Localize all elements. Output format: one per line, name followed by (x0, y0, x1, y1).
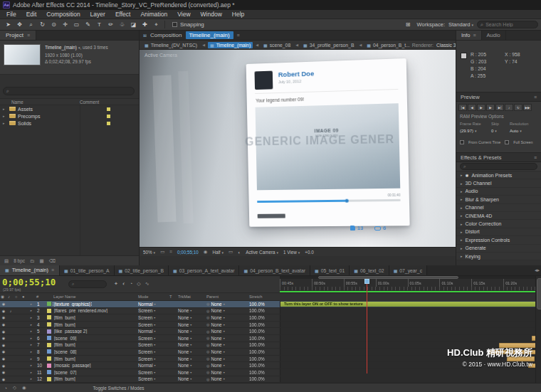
interpret-footage-icon[interactable]: ▤ (4, 258, 9, 264)
layer-name[interactable]: [scene_09] (53, 336, 137, 341)
menu-item[interactable]: Layer (85, 11, 110, 18)
camera-dropdown[interactable]: Active Camera▾ (246, 250, 278, 255)
layer-trkmat-dropdown[interactable]: None▾ (177, 322, 206, 327)
current-time-display[interactable]: 0;00;55;10 (2, 277, 56, 287)
layer-twirl-icon[interactable]: ▸ (27, 316, 36, 319)
magnification-dropdown[interactable]: 50%▾ (143, 250, 155, 255)
menu-item[interactable]: Window (196, 11, 227, 18)
pickwhip-icon[interactable]: ◎ (206, 302, 209, 306)
layer-parent-dropdown[interactable]: ◎None▾ (206, 356, 248, 361)
mini-flowchart-icon[interactable]: ✦ (114, 281, 118, 287)
layer-duration-bar[interactable] (507, 356, 534, 361)
layer-parent-dropdown[interactable]: ◎None▾ (206, 342, 248, 347)
column-layer-name[interactable]: Layer Name (53, 295, 137, 299)
layer-row[interactable]: ◉ ▸ 7 [film_burn] Screen▾ None▾ ◎None▾ 1… (0, 342, 541, 349)
layer-stretch[interactable]: 100.0% (248, 363, 280, 368)
layer-stretch[interactable]: 100.0% (248, 336, 280, 341)
effects-category[interactable]: ▸ Generate (456, 245, 541, 253)
pickwhip-icon[interactable]: ◎ (206, 343, 209, 347)
draft-3d-icon[interactable]: ◐ (122, 281, 125, 287)
layer-parent-dropdown[interactable]: ◎None▾ (206, 336, 248, 341)
timeline-comp-tab[interactable]: ▦ 04_person_B_text_avatar (239, 265, 310, 275)
layer-twirl-icon[interactable]: ▸ (27, 357, 36, 361)
layer-row[interactable]: ◉ ▸ 1 [texture_graphics] Normal▾ ◎None▾ … (0, 301, 541, 308)
layer-stretch[interactable]: 100.0% (248, 370, 280, 375)
timeline-search-box[interactable]: ⌕ (68, 280, 107, 288)
layer-mode-dropdown[interactable]: Screen▾ (137, 342, 169, 347)
layer-timeline-track[interactable] (280, 314, 541, 321)
menu-item[interactable]: Edit (21, 11, 42, 18)
project-search-box[interactable]: ⌕ (3, 87, 135, 95)
layer-twirl-icon[interactable]: ▸ (27, 364, 36, 367)
layer-row[interactable]: ◉ ▸ 4 [film_burn] Screen▾ None▾ ◎None▾ 1… (0, 322, 541, 329)
new-folder-icon[interactable]: 🗀 (30, 258, 35, 263)
layer-trkmat-dropdown[interactable]: None▾ (177, 329, 206, 334)
column-mode[interactable]: Mode (137, 295, 169, 299)
layer-row[interactable]: ◉ ▸ 11 [scene_07] Screen▾ None▾ ◎None▾ 1… (0, 369, 541, 376)
layer-trkmat-dropdown[interactable]: None▾ (177, 336, 206, 341)
layer-name[interactable]: [film_burn] (53, 342, 137, 347)
label-color-chip[interactable] (107, 122, 110, 125)
layer-visibility-toggle[interactable]: ◉ (0, 302, 7, 306)
twirl-icon[interactable]: ▸ (461, 206, 463, 210)
layer-parent-dropdown[interactable]: ◎None▾ (206, 322, 248, 327)
exposure-control[interactable]: +0.0 (305, 250, 313, 255)
layer-twirl-icon[interactable]: ▸ (27, 371, 36, 374)
panel-menu-icon[interactable]: ≡ (473, 33, 476, 38)
layer-mode-dropdown[interactable]: Screen▾ (137, 322, 169, 327)
layer-visibility-toggle[interactable]: ◉ (0, 356, 7, 361)
layer-visibility-toggle[interactable]: ◉ (0, 377, 7, 381)
time-ruler[interactable]: 00:45s00:50s00:55s01:00s01:05s01:10s01:1… (280, 276, 535, 293)
project-item-row[interactable]: ▸ Precomps (0, 112, 139, 120)
layer-name[interactable]: [like_passage 2] (53, 329, 137, 334)
skip-dropdown[interactable]: 0▾ (491, 129, 510, 133)
pickwhip-icon[interactable]: ◎ (206, 377, 209, 381)
layer-mode-dropdown[interactable]: Normal▾ (137, 302, 169, 307)
pickwhip-icon[interactable]: ◎ (206, 370, 209, 374)
tool-icon[interactable]: ◪ (128, 20, 139, 29)
layer-visibility-toggle[interactable]: ◉ (0, 309, 7, 313)
layer-timeline-track[interactable] (280, 342, 541, 349)
comp-navigator-item[interactable]: ◀ ▦Timeline_(DV_NTSC) (142, 42, 199, 48)
frame-rate-dropdown[interactable]: (29.97)▾ (460, 129, 491, 133)
active-comp-name[interactable]: Timeline_(main) (186, 31, 233, 39)
layer-mode-dropdown[interactable]: Screen▾ (137, 349, 169, 354)
layer-parent-dropdown[interactable]: ◎None▾ (206, 349, 248, 354)
layer-timeline-track[interactable] (280, 308, 541, 314)
column-trkmat[interactable]: TrkMat (177, 295, 206, 299)
panel-menu-icon[interactable]: ≡ (534, 155, 537, 160)
timeline-comp-tab[interactable]: ▦ 07_year_c (389, 265, 427, 275)
layer-visibility-toggle[interactable]: ◉ (0, 315, 7, 319)
menu-item[interactable]: Help (227, 11, 249, 18)
layer-trkmat-dropdown[interactable]: None▾ (177, 363, 206, 368)
toggle-switches-modes-button[interactable]: Toggle Switches / Modes (93, 386, 145, 391)
layer-name[interactable]: [mosaic_passage] (53, 363, 137, 368)
viewer-timecode[interactable]: 0;00;55;10 (177, 250, 199, 255)
pickwhip-icon[interactable]: ◎ (206, 329, 209, 334)
video-column-icon[interactable]: ◉ (0, 295, 7, 299)
mask-visibility-icon[interactable]: ⌗ (169, 249, 172, 255)
grid-guides-icon[interactable]: ▭ (160, 249, 164, 255)
transport-button[interactable]: |◀ (458, 104, 467, 111)
tab-scroll-arrows[interactable]: ◂▸ (535, 267, 540, 273)
layer-trkmat-dropdown[interactable]: None▾ (177, 342, 206, 347)
layer-parent-dropdown[interactable]: ◎None▾ (206, 315, 248, 320)
layer-stretch[interactable]: 100.0% (248, 322, 280, 327)
pickwhip-icon[interactable]: ◎ (206, 356, 209, 361)
layer-name[interactable]: [film_burn] (53, 315, 137, 320)
pickwhip-icon[interactable]: ◎ (206, 364, 209, 368)
comp-navigator-item[interactable]: ◀ ▦34_profile_person_B (293, 42, 356, 48)
layer-timeline-track[interactable] (280, 362, 541, 369)
layer-color-swatch[interactable] (47, 302, 51, 306)
layer-mode-dropdown[interactable]: Normal▾ (137, 363, 169, 368)
resolution-dropdown[interactable]: Auto▾ (510, 129, 522, 133)
layer-stretch[interactable]: 100.0% (248, 329, 280, 334)
help-search-box[interactable]: ⌕ (477, 21, 538, 28)
layer-mode-dropdown[interactable]: Normal▾ (137, 329, 169, 334)
shy-toggle-icon[interactable]: ◔ (4, 386, 7, 391)
layer-color-swatch[interactable] (47, 349, 51, 354)
layer-mode-dropdown[interactable]: Screen▾ (137, 336, 169, 341)
layer-parent-dropdown[interactable]: ◎None▾ (206, 329, 248, 334)
tool-icon[interactable]: ⌕ (26, 20, 36, 29)
layer-visibility-toggle[interactable]: ◉ (0, 322, 7, 327)
